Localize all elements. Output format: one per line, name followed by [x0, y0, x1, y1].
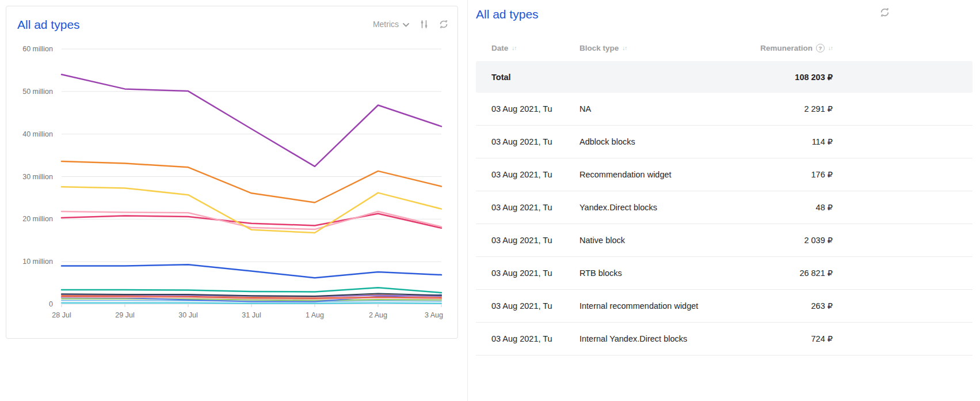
row-remuneration: 263 ₽: [736, 301, 833, 311]
total-label: Total: [491, 73, 579, 82]
y-axis-tick-label: 50 million: [22, 88, 53, 96]
table-title: All ad types: [476, 7, 539, 21]
row-date: 03 Aug 2021, Tu: [491, 236, 579, 245]
row-date: 03 Aug 2021, Tu: [491, 203, 579, 212]
row-date: 03 Aug 2021, Tu: [491, 104, 579, 114]
row-remuneration: 48 ₽: [736, 203, 833, 212]
refresh-icon[interactable]: [439, 20, 448, 29]
column-header-remuneration[interactable]: Remuneration ? ↓↑: [736, 44, 833, 52]
metrics-dropdown[interactable]: Metrics: [373, 20, 409, 29]
table-row: 03 Aug 2021, Tu NA 2 291 ₽: [476, 93, 973, 126]
row-date: 03 Aug 2021, Tu: [491, 268, 579, 278]
table-row: 03 Aug 2021, Tu Internal Yandex.Direct b…: [476, 323, 973, 355]
chart-title: All ad types: [17, 18, 80, 32]
metrics-dropdown-label: Metrics: [373, 20, 399, 29]
row-block-type: Internal Yandex.Direct blocks: [579, 334, 736, 343]
table-header-row: Date ↓↑ Block type ↓↑ Remuneration ? ↓↑: [476, 35, 973, 61]
x-axis-tick-label: 1 Aug: [306, 311, 324, 319]
sort-icon[interactable]: ↓↑: [512, 45, 516, 51]
chart-header: All ad types Metrics: [6, 6, 457, 37]
cyan-line: [62, 303, 441, 304]
y-axis-tick-label: 60 million: [22, 45, 53, 53]
table-row: 03 Aug 2021, Tu Internal recommendation …: [476, 290, 973, 323]
line-chart: 010 million20 million30 million40 millio…: [9, 35, 455, 332]
table-row: 03 Aug 2021, Tu Adblock blocks 114 ₽: [476, 126, 973, 158]
data-table: Date ↓↑ Block type ↓↑ Remuneration ? ↓↑ …: [476, 35, 973, 355]
teal-line: [62, 287, 441, 293]
x-axis-tick-label: 3 Aug: [425, 311, 443, 319]
y-axis-tick-label: 0: [49, 300, 53, 308]
sort-icon[interactable]: ↓↑: [622, 45, 627, 51]
y-axis-tick-label: 30 million: [22, 173, 53, 181]
total-remuneration: 108 203 ₽: [736, 73, 833, 82]
x-axis-tick-label: 28 Jul: [52, 311, 71, 319]
y-axis-tick-label: 40 million: [22, 130, 53, 138]
crimson-line: [62, 214, 441, 228]
row-block-type: Recommendation widget: [579, 170, 736, 179]
table-card: All ad types Date ↓↑ Block type ↓↑ Remun…: [467, 0, 980, 401]
row-block-type: NA: [579, 104, 736, 114]
column-header-block-type[interactable]: Block type ↓↑: [579, 44, 736, 52]
row-block-type: Internal recommendation widget: [579, 301, 736, 311]
x-axis-tick-label: 29 Jul: [115, 311, 134, 319]
x-axis-tick-label: 2 Aug: [369, 311, 387, 319]
column-header-date[interactable]: Date ↓↑: [491, 44, 579, 52]
table-row: 03 Aug 2021, Tu RTB blocks 26 821 ₽: [476, 257, 973, 290]
blue-line: [62, 264, 441, 278]
chevron-down-icon: [403, 20, 409, 29]
y-axis-tick-label: 20 million: [22, 215, 53, 223]
row-block-type: Native block: [579, 236, 736, 245]
row-date: 03 Aug 2021, Tu: [491, 170, 579, 179]
row-date: 03 Aug 2021, Tu: [491, 137, 579, 146]
y-axis-tick-label: 10 million: [22, 258, 53, 266]
x-axis-tick-label: 31 Jul: [242, 311, 261, 319]
row-remuneration: 176 ₽: [736, 170, 833, 179]
table-row: 03 Aug 2021, Tu Recommendation widget 17…: [476, 158, 973, 191]
sliders-icon[interactable]: [420, 20, 429, 29]
table-row: 03 Aug 2021, Tu Native block 2 039 ₽: [476, 224, 973, 257]
orange-line: [62, 161, 441, 203]
row-block-type: Yandex.Direct blocks: [579, 203, 736, 212]
row-remuneration: 724 ₽: [736, 334, 833, 343]
table-row: 03 Aug 2021, Tu Yandex.Direct blocks 48 …: [476, 191, 973, 224]
row-remuneration: 2 291 ₽: [736, 104, 833, 114]
sort-icon[interactable]: ↓↑: [828, 45, 833, 51]
row-date: 03 Aug 2021, Tu: [491, 301, 579, 311]
row-block-type: Adblock blocks: [579, 137, 736, 146]
row-block-type: RTB blocks: [579, 268, 736, 278]
x-axis-tick-label: 30 Jul: [178, 311, 197, 319]
help-icon[interactable]: ?: [816, 44, 825, 52]
table-total-row: Total 108 203 ₽: [476, 61, 973, 93]
row-remuneration: 26 821 ₽: [736, 268, 833, 278]
light-pink-line: [62, 211, 441, 229]
row-date: 03 Aug 2021, Tu: [491, 334, 579, 343]
row-remuneration: 114 ₽: [736, 137, 833, 146]
purple-line: [62, 74, 441, 166]
row-remuneration: 2 039 ₽: [736, 236, 833, 245]
chart-card: All ad types Metrics: [6, 6, 458, 339]
refresh-icon[interactable]: [880, 7, 890, 17]
